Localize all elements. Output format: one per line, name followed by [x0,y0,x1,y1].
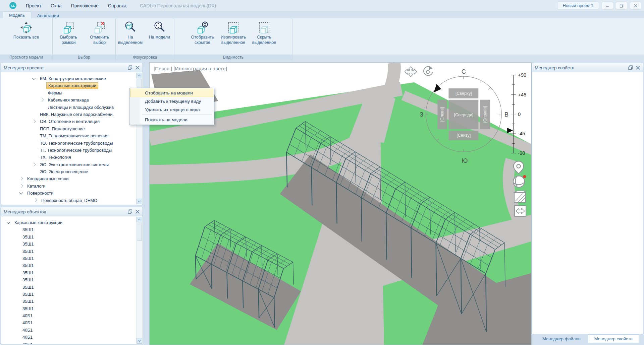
tree-item-label[interactable]: 40Б1 [22,327,33,334]
chevron-down-icon[interactable] [19,191,23,195]
tree-item-label[interactable]: 35Ш1 [22,226,34,233]
menu-item-проект[interactable]: Проект [21,3,46,8]
tree-item-label[interactable]: 35Ш1 [22,255,34,262]
show-hidden-button[interactable]: Отобразить скрытое [187,20,218,45]
scroll-thumb[interactable] [137,223,142,241]
tree-row[interactable]: Каталоги [1,183,137,190]
context-menu-item[interactable]: Отобразить на модели [130,89,213,97]
tree-item-label[interactable]: Координатные сетки [27,175,68,182]
tree-row[interactable]: ТМ. Тепломеханические решения [1,132,137,139]
tree-row[interactable]: 35Ш1 [1,284,137,291]
minimize-button[interactable] [602,2,613,10]
float-panel-button[interactable] [128,65,132,70]
tree-row[interactable]: 35Ш1 [1,233,137,240]
tree-row[interactable]: ЭС. Электротехнические системы [1,161,137,168]
tree-row[interactable]: 35Ш1 [1,291,137,298]
float-panel-button[interactable] [128,209,132,214]
chevron-right-icon[interactable] [40,98,44,102]
tree-row[interactable]: ЭО. Электроосвещение [1,168,137,175]
tree-row[interactable]: 35Ш1 [1,255,137,262]
tree-item-selected[interactable]: Каркасные конструкции [46,82,98,89]
tree-item-label[interactable]: 35Ш1 [22,248,34,255]
tree-row[interactable]: 40Б1 [1,334,137,341]
dock-tab[interactable]: Менеджер файлов [536,335,587,343]
close-panel-button[interactable] [636,65,640,70]
isolate-selected-button[interactable]: Изолировать выделенное [218,20,249,45]
tree-item-label[interactable]: Поверхности [27,190,53,197]
tree-row[interactable]: Поверхность общая_DEMO [1,197,137,204]
tree-item-label[interactable]: 40Б1 [22,341,33,344]
chevron-down-icon[interactable] [6,220,10,224]
scroll-down-button[interactable] [137,338,142,344]
context-menu-item[interactable]: Показать на модели [130,116,213,124]
context-menu-item[interactable]: Добавить к текущему виду [130,97,213,106]
hide-selected-button[interactable]: Скрыть выделенное [249,20,280,45]
display-mode-cube-icon[interactable] [514,191,526,202]
context-menu-item[interactable]: Удалить из текущего вида [130,106,213,114]
object-tree-scrollbar[interactable] [136,217,142,344]
tree-row[interactable]: ТХ. Технология [1,154,137,161]
zoom-model-button[interactable]: На модели [145,20,174,40]
compass-east-label[interactable]: В [504,111,508,118]
tree-row[interactable]: Кабельная эктакада [1,96,137,104]
tree-row[interactable]: 35Ш1 [1,276,137,283]
tree-row[interactable]: 40Б1 [1,327,137,334]
ribbon-tab-модель[interactable]: Модель [3,11,31,19]
zoom-selected-button[interactable]: На выделенном [116,20,145,45]
chevron-right-icon[interactable] [19,177,23,181]
tree-row[interactable]: ОВ. Отопление и вентиляция [1,118,137,125]
chevron-down-icon[interactable] [32,76,36,80]
dock-tab[interactable]: Менеджер свойств [588,335,639,343]
tree-item-label[interactable]: 35Ш1 [22,240,34,248]
chevron-right-icon[interactable] [19,184,23,188]
chevron-right-icon[interactable] [32,120,36,123]
tree-row[interactable]: Лестницы и площадки обслужив [1,104,137,111]
tree-row[interactable]: НВК. Наружные сети водоснабжени. [1,111,137,118]
tree-item-label[interactable]: ОВ. Отопление и вентиляция [40,118,100,125]
tree-item-label[interactable]: Каркасные конструкции [14,219,62,226]
tree-row[interactable]: Каркасные конструкции [1,82,137,89]
tree-item-label[interactable]: 35Ш1 [22,305,34,312]
compass-north-label[interactable]: С [462,68,466,75]
tree-row[interactable]: Каркасные конструкции [1,219,137,226]
pan-horizontal-icon[interactable] [515,206,526,216]
tree-row[interactable]: 35Ш1 [1,305,137,312]
tree-item-label[interactable]: 35Ш1 [22,276,34,283]
menu-item-окна[interactable]: Окна [46,3,66,8]
tree-item-label[interactable]: Каталоги [27,183,46,190]
tree-item-label[interactable]: 40Б1 [22,334,33,341]
close-panel-button[interactable] [135,209,140,214]
scroll-up-button[interactable] [137,217,142,222]
tree-row[interactable]: 35Ш1 [1,226,137,233]
tree-item-label[interactable]: ТХ. Технология [40,154,71,161]
tree-row[interactable]: ТТ. Технологические трубопроводы [1,147,137,154]
tree-item-label[interactable]: ЭС. Электротехнические системы [40,161,109,168]
tree-row[interactable]: 40Б1 [1,341,137,344]
tree-item-label[interactable]: 35Ш1 [22,233,34,240]
tree-item-label[interactable]: Поверхность общая_DEMO [41,197,97,204]
scroll-up-button[interactable] [137,73,142,78]
ribbon-tab-аннотации[interactable]: Аннотации [31,12,65,19]
chevron-right-icon[interactable] [33,198,37,202]
tree-item-label[interactable]: 40Б1 [22,319,33,326]
tree-item-label[interactable]: КМ. Конструкции металлические [40,75,106,82]
tree-row[interactable]: ТО. Технологические трубопроводы [1,140,137,147]
menu-item-справка[interactable]: Справка [103,3,131,8]
tree-item-label[interactable]: ТТ. Технологические трубопроводы [40,147,112,154]
tree-item-label[interactable]: Лестницы и площадки обслужив [48,104,114,111]
tree-row[interactable]: 35Ш1 [1,262,137,269]
tree-row[interactable]: Поверхности [1,190,137,197]
menu-item-приложение[interactable]: Приложение [66,3,103,8]
tree-row[interactable]: ПСП. Пожаротушение [1,125,137,132]
chevron-right-icon[interactable] [32,162,36,166]
cube-select-button[interactable]: Выбрать рамкой [53,20,84,45]
tree-item-label[interactable]: 35Ш1 [22,298,34,305]
tree-row[interactable]: 40Б1 [1,312,137,319]
tree-row[interactable]: КМ. Конструкции металлические [1,75,137,82]
tree-item-label[interactable]: 35Ш1 [22,262,34,269]
tree-row[interactable]: 35Ш1 [1,269,137,276]
compass-south-label[interactable]: Ю [462,157,468,164]
tree-row[interactable]: 35Ш1 [1,248,137,255]
tree-item-label[interactable]: ЭО. Электроосвещение [40,168,88,175]
tree-item-label[interactable]: 40Б1 [22,312,33,319]
